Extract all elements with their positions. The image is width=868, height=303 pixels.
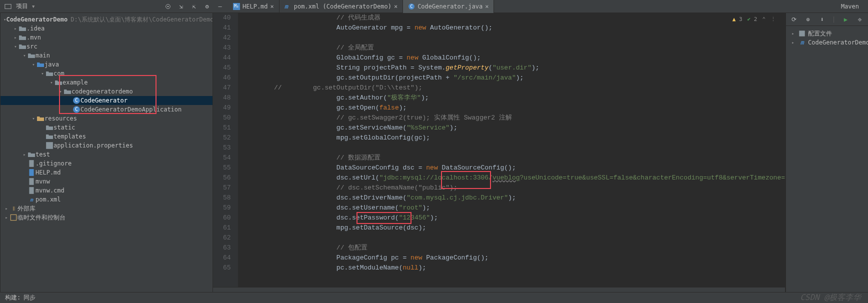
tree-templates[interactable]: templates: [0, 132, 212, 141]
svg-text:C: C: [75, 97, 78, 103]
tree-src[interactable]: ▾src: [0, 42, 212, 51]
svg-text:C: C: [410, 4, 412, 9]
status-build-label: 构建:: [5, 294, 20, 302]
maven-panel: ⟳ ⊕ ⬇ | ▶ ⎆ ⋯ ▸配置文件 ▸mCodeGeneratorDemo: [786, 13, 868, 292]
dropdown-arrow[interactable]: ▼: [32, 4, 34, 9]
tree-gitignore[interactable]: .gitignore: [0, 159, 212, 168]
tab-label: CodeGenerator.java: [418, 3, 482, 10]
svg-rect-12: [29, 178, 34, 185]
tree-external[interactable]: ▸⫴外部库: [0, 204, 212, 213]
editor-tab[interactable]: M↓HELP.md×: [228, 0, 280, 13]
expand-icon[interactable]: ⇲: [177, 2, 185, 10]
run-icon[interactable]: ▶: [842, 16, 850, 24]
tree-pom[interactable]: mpom.xml: [0, 195, 212, 204]
tree-example[interactable]: ▾example: [0, 78, 212, 87]
svg-rect-14: [10, 214, 16, 220]
svg-rect-15: [799, 30, 804, 36]
watermark: CSDN @极客李华: [800, 292, 861, 303]
svg-text:C: C: [75, 106, 78, 112]
tree-mvn[interactable]: ▸.mvn: [0, 33, 212, 42]
tree-pkg[interactable]: ▾codegeneratordemo: [0, 87, 212, 96]
project-tree-panel: ▾CodeGeneratorDemoD:\系统默认\桌面\博客素材\CodeGe…: [0, 13, 213, 292]
tree-mvnwcmd[interactable]: mvnw.cmd: [0, 186, 212, 195]
collapse-icon[interactable]: ⇱: [190, 2, 198, 10]
horizontal-scrollbar[interactable]: [213, 287, 785, 292]
svg-rect-0: [5, 4, 11, 8]
maven-toolbar: ⟳ ⊕ ⬇ | ▶ ⎆ ⋯: [786, 13, 868, 26]
maven-panel-title[interactable]: Maven: [841, 3, 859, 10]
tab-label: HELP.md: [242, 3, 268, 10]
code-area[interactable]: // 代码生成器 AutoGenerator mpg = new AutoGen…: [238, 13, 785, 287]
tree-app[interactable]: CCodeGeneratorDemoApplication: [0, 105, 212, 114]
tree-com[interactable]: ▾com: [0, 69, 212, 78]
maven-profiles[interactable]: ▸配置文件: [790, 29, 868, 38]
gear-icon[interactable]: ⚙: [203, 2, 211, 10]
class-icon: C: [408, 3, 415, 10]
markdown-icon: M↓: [233, 3, 240, 10]
main-toolbar: 项目 ▼ ⇲ ⇱ ⚙ — M↓HELP.md×mpom.xml (CodeGen…: [0, 0, 868, 13]
project-icon: [4, 2, 12, 10]
maven-icon: m: [284, 3, 292, 10]
tree-idea[interactable]: ▸.idea: [0, 24, 212, 33]
editor-tab[interactable]: mpom.xml (CodeGeneratorDemo)×: [280, 0, 403, 13]
svg-point-2: [168, 6, 169, 7]
tree-static[interactable]: static: [0, 123, 212, 132]
download-icon[interactable]: ⬇: [818, 16, 826, 24]
editor-tab[interactable]: CCodeGenerator.java×: [403, 0, 494, 13]
project-tree[interactable]: ▾CodeGeneratorDemoD:\系统默认\桌面\博客素材\CodeGe…: [0, 13, 212, 292]
maven-module[interactable]: ▸mCodeGeneratorDemo: [790, 38, 868, 47]
editor-tabs: M↓HELP.md×mpom.xml (CodeGeneratorDemo)×C…: [228, 0, 494, 13]
tree-mvnw[interactable]: mvnw: [0, 177, 212, 186]
refresh-icon[interactable]: ⟳: [790, 16, 798, 24]
svg-rect-11: [29, 169, 34, 176]
tree-root[interactable]: ▾CodeGeneratorDemoD:\系统默认\桌面\博客素材\CodeGe…: [0, 15, 212, 24]
svg-rect-9: [46, 142, 53, 149]
editor-area: ▲ 3 ✔ 2 ⌃⋮ 40414243444546474849505152535…: [213, 13, 785, 292]
close-icon[interactable]: ×: [485, 3, 488, 10]
close-icon[interactable]: ×: [270, 3, 274, 10]
line-gutter: 4041424344454647484950515253545556575859…: [213, 13, 238, 287]
tree-scratch[interactable]: ▸临时文件和控制台: [0, 213, 212, 222]
tree-help[interactable]: HELP.md: [0, 168, 212, 177]
tree-test[interactable]: ▸test: [0, 150, 212, 159]
tree-main[interactable]: ▾main: [0, 51, 212, 60]
hide-icon[interactable]: —: [216, 2, 224, 10]
execute-icon[interactable]: ⎆: [856, 16, 864, 24]
tree-approps[interactable]: application.properties: [0, 141, 212, 150]
tree-java[interactable]: ▾java: [0, 60, 212, 69]
status-sync-label: 同步: [24, 294, 36, 302]
svg-rect-13: [29, 187, 34, 194]
tree-resources[interactable]: ▾resources: [0, 114, 212, 123]
close-icon[interactable]: ×: [394, 3, 398, 10]
generate-icon[interactable]: ⊕: [804, 16, 812, 24]
project-label: 项目: [16, 2, 28, 10]
target-icon[interactable]: [164, 2, 172, 10]
svg-rect-10: [29, 160, 34, 167]
status-bar: 构建: 同步 CSDN @极客李华: [0, 292, 868, 303]
inspection-badges[interactable]: ▲ 3 ✔ 2 ⌃⋮: [732, 16, 776, 22]
tab-label: pom.xml (CodeGeneratorDemo): [294, 3, 392, 10]
tree-codegenerator[interactable]: CCodeGenerator: [0, 96, 212, 105]
